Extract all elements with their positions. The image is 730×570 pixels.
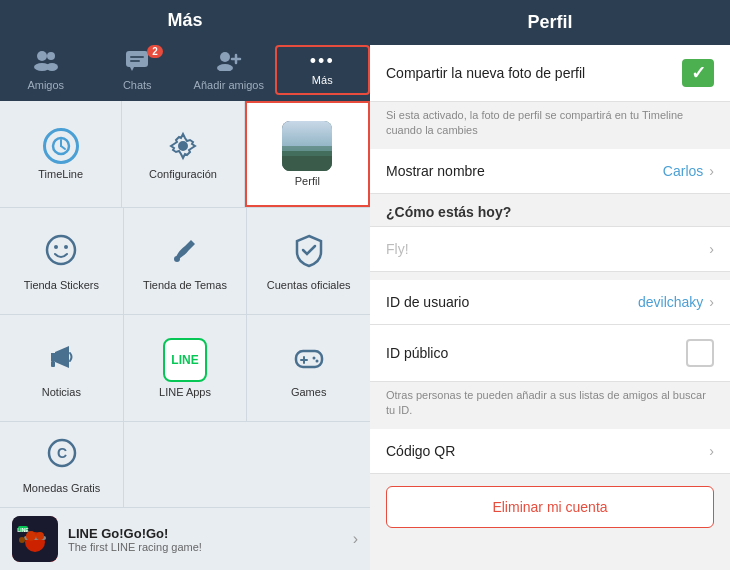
gear-icon (165, 128, 201, 164)
noticias-label: Noticias (42, 386, 81, 398)
timeline-label: TimeLine (38, 168, 83, 180)
gamepad-icon (291, 339, 327, 382)
svg-line-14 (61, 146, 65, 149)
nav-amigos[interactable]: Amigos (0, 45, 92, 95)
anadir-label: Añadir amigos (194, 79, 264, 91)
svg-point-28 (312, 356, 315, 359)
banner-arrow-icon: › (353, 530, 358, 548)
svg-point-36 (36, 532, 44, 540)
chats-label: Chats (123, 79, 152, 91)
mostrar-nombre-item[interactable]: Mostrar nombre Carlos › (370, 149, 730, 194)
left-panel: Más Amigos 2 (0, 0, 370, 570)
codigo-qr-label: Código QR (386, 443, 455, 459)
nav-chats[interactable]: 2 Chats (92, 45, 184, 95)
nav-anadir[interactable]: Añadir amigos (183, 45, 275, 95)
svg-point-8 (220, 52, 230, 62)
menu-row-1: TimeLine Configuración (0, 101, 370, 208)
svg-point-0 (37, 51, 47, 61)
mostrar-nombre-label: Mostrar nombre (386, 163, 485, 179)
svg-point-3 (46, 63, 58, 71)
delete-btn-wrap: Eliminar mi cuenta (370, 474, 730, 540)
menu-row-4: C Monedas Gratis (0, 422, 370, 507)
timeline-icon (43, 128, 79, 164)
anadir-icon (215, 49, 243, 77)
menu-lineapps[interactable]: LINE LINE Apps (124, 315, 248, 421)
nav-mas[interactable]: ••• Más (275, 45, 371, 95)
banner-subtitle: The first LINE racing game! (68, 541, 353, 553)
id-usuario-item[interactable]: ID de usuario devilchaky › (370, 280, 730, 325)
menu-monedas[interactable]: C Monedas Gratis (0, 422, 124, 507)
svg-point-21 (54, 245, 58, 249)
empty-cell-1 (124, 422, 247, 507)
delete-account-button[interactable]: Eliminar mi cuenta (386, 486, 714, 528)
lineapps-icon: LINE (163, 338, 207, 382)
menu-perfil[interactable]: Perfil (245, 101, 370, 207)
codigo-qr-arrow: › (709, 443, 714, 459)
status-section-header: ¿Cómo estás hoy? (370, 194, 730, 226)
profile-items: Compartir la nueva foto de perfil ✓ Si e… (370, 45, 730, 570)
configuracion-label: Configuración (149, 168, 217, 180)
menu-games[interactable]: Games (247, 315, 370, 421)
lineapps-label: LINE Apps (159, 386, 211, 398)
menu-timeline[interactable]: TimeLine (0, 101, 122, 207)
mostrar-nombre-arrow: › (709, 163, 714, 179)
menu-row-2: Tienda Stickers Tienda de Temas (0, 208, 370, 315)
delete-btn-label: Eliminar mi cuenta (492, 499, 607, 515)
svg-point-37 (19, 537, 25, 543)
svg-point-29 (315, 359, 318, 362)
svg-rect-7 (130, 60, 140, 62)
stickers-label: Tienda Stickers (24, 279, 99, 291)
games-label: Games (291, 386, 326, 398)
left-title: Más (167, 10, 202, 30)
sticker-icon (43, 232, 79, 275)
banner-title: LINE Go!Go!Go! (68, 526, 353, 541)
right-header: Perfil (370, 0, 730, 45)
perfil-label: Perfil (295, 175, 320, 187)
mostrar-nombre-right: Carlos › (663, 163, 714, 179)
id-usuario-label: ID de usuario (386, 294, 469, 310)
perfil-thumb (282, 121, 332, 171)
codigo-qr-item[interactable]: Código QR › (370, 429, 730, 474)
status-arrow: › (709, 241, 714, 257)
amigos-label: Amigos (27, 79, 64, 91)
compartir-foto-checkbox[interactable]: ✓ (682, 59, 714, 87)
mas-label: Más (312, 74, 333, 86)
cuentas-label: Cuentas oficiales (267, 279, 351, 291)
status-item[interactable]: Fly! › (370, 226, 730, 272)
compartir-foto-item[interactable]: Compartir la nueva foto de perfil ✓ (370, 45, 730, 102)
megaphone-icon (43, 339, 79, 382)
right-panel: Perfil Compartir la nueva foto de perfil… (370, 0, 730, 570)
shield-icon (291, 232, 327, 275)
empty-cell-2 (247, 422, 370, 507)
compartir-foto-label: Compartir la nueva foto de perfil (386, 65, 585, 81)
menu-cuentas[interactable]: Cuentas oficiales (247, 208, 370, 314)
banner-text: LINE Go!Go!Go! The first LINE racing gam… (68, 526, 353, 553)
menu-temas[interactable]: Tienda de Temas (124, 208, 248, 314)
svg-point-20 (47, 236, 75, 264)
svg-point-23 (174, 256, 180, 262)
temas-label: Tienda de Temas (143, 279, 227, 291)
id-publico-checkbox[interactable] (686, 339, 714, 367)
svg-rect-25 (296, 351, 322, 367)
right-title: Perfil (527, 12, 572, 32)
svg-point-9 (217, 64, 233, 71)
svg-marker-5 (130, 67, 134, 71)
menu-noticias[interactable]: Noticias (0, 315, 124, 421)
id-publico-item[interactable]: ID público (370, 325, 730, 382)
svg-point-22 (64, 245, 68, 249)
id-usuario-value: devilchaky (638, 294, 703, 310)
menu-grid: TimeLine Configuración (0, 101, 370, 507)
banner-icon: LINE (12, 516, 58, 562)
menu-stickers[interactable]: Tienda Stickers (0, 208, 124, 314)
menu-configuracion[interactable]: Configuración (122, 101, 244, 207)
svg-rect-19 (282, 146, 332, 156)
mostrar-nombre-value: Carlos (663, 163, 703, 179)
id-publico-label: ID público (386, 345, 448, 361)
coin-icon: C (44, 435, 80, 478)
svg-rect-24 (51, 361, 55, 367)
svg-text:LINE: LINE (17, 527, 29, 533)
id-usuario-arrow: › (709, 294, 714, 310)
svg-rect-4 (126, 51, 148, 67)
bottom-banner[interactable]: LINE LINE Go!Go!Go! The first LINE racin… (0, 507, 370, 570)
svg-text:C: C (56, 445, 66, 461)
